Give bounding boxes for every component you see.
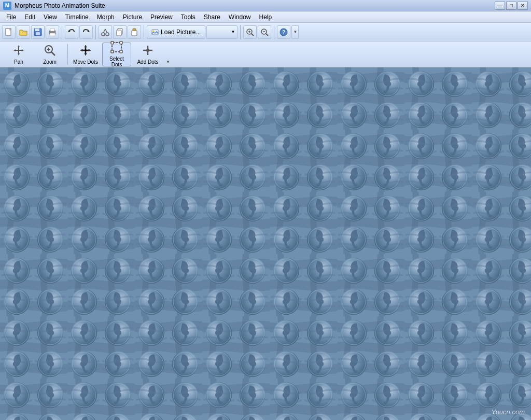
toolbar-sep-4 xyxy=(240,25,241,39)
tool-sep-1 xyxy=(67,44,68,65)
svg-rect-5 xyxy=(50,29,54,31)
menu-picture[interactable]: Picture xyxy=(119,12,146,22)
zoom-label: Zoom xyxy=(43,59,57,65)
svg-rect-2 xyxy=(35,29,39,31)
zoom-in-toolbar-button[interactable] xyxy=(243,25,257,39)
main-toolbar: Load Picture... ▼ ? ▼ xyxy=(0,23,531,41)
move-dots-tool-button[interactable]: Move Dots xyxy=(71,43,100,66)
svg-rect-34 xyxy=(111,41,114,44)
toolbar-sep-3 xyxy=(144,25,144,39)
menu-help[interactable]: Help xyxy=(255,12,276,22)
window-controls: — □ ✕ xyxy=(495,2,528,10)
menu-morph[interactable]: Morph xyxy=(93,12,119,22)
select-dots-icon xyxy=(110,41,123,55)
svg-point-40 xyxy=(146,49,149,52)
add-dots-icon xyxy=(142,44,154,58)
add-dots-dropdown-button[interactable]: ▼ xyxy=(164,43,172,66)
print-button[interactable] xyxy=(46,25,59,39)
move-dots-icon xyxy=(79,44,92,58)
svg-line-11 xyxy=(103,29,105,33)
svg-rect-35 xyxy=(120,41,122,44)
add-dots-label: Add Dots xyxy=(137,59,158,65)
paste-button[interactable] xyxy=(128,25,141,39)
zoom-tool-button[interactable]: Zoom xyxy=(35,43,64,66)
cut-button[interactable] xyxy=(99,25,112,39)
svg-line-29 xyxy=(51,52,55,55)
svg-line-20 xyxy=(251,34,254,36)
window-title: Morpheus Photo Animation Suite xyxy=(15,2,495,9)
toolbar-sep-5 xyxy=(274,25,274,39)
svg-line-24 xyxy=(266,34,268,36)
pattern-svg xyxy=(0,67,531,420)
zoom-out-toolbar-button[interactable] xyxy=(258,25,271,39)
canvas-background: Yuucn.com xyxy=(0,67,531,420)
maximize-button[interactable]: □ xyxy=(506,2,516,10)
picture-dropdown[interactable]: ▼ xyxy=(206,25,237,39)
help-toolbar-button[interactable]: ? xyxy=(277,25,290,39)
redo-button[interactable] xyxy=(79,25,93,39)
svg-rect-6 xyxy=(50,33,55,36)
toolbar-sep-1 xyxy=(62,25,62,39)
watermark: Yuucn.com xyxy=(491,408,525,416)
minimize-button[interactable]: — xyxy=(495,2,505,10)
svg-rect-32 xyxy=(85,49,87,51)
close-button[interactable]: ✕ xyxy=(518,2,528,10)
add-dots-tool-button[interactable]: Add Dots xyxy=(133,43,162,66)
menu-preview[interactable]: Preview xyxy=(146,12,177,22)
menu-file[interactable]: File xyxy=(2,12,20,22)
zoom-icon xyxy=(44,44,56,58)
svg-line-12 xyxy=(105,29,107,33)
load-picture-button[interactable]: Load Picture... xyxy=(147,25,205,39)
menu-bar: File Edit View Timeline Morph Picture Pr… xyxy=(0,11,531,23)
svg-rect-15 xyxy=(132,31,137,36)
undo-button[interactable] xyxy=(65,25,78,39)
copy-button[interactable] xyxy=(113,25,127,39)
title-bar: M Morpheus Photo Animation Suite — □ ✕ xyxy=(0,0,531,11)
svg-rect-37 xyxy=(120,50,122,53)
menu-edit[interactable]: Edit xyxy=(20,12,39,22)
tool-bar: Pan Zoom Move Dots xyxy=(0,41,531,67)
svg-rect-16 xyxy=(133,29,136,31)
move-dots-label: Move Dots xyxy=(73,59,98,65)
select-dots-tool-button[interactable]: Select Dots xyxy=(102,43,131,66)
load-picture-label: Load Picture... xyxy=(161,29,201,36)
open-button[interactable] xyxy=(17,25,30,39)
select-dots-label: Select Dots xyxy=(104,56,130,67)
svg-rect-36 xyxy=(111,50,114,53)
save-button[interactable] xyxy=(31,25,45,39)
menu-window[interactable]: Window xyxy=(225,12,255,22)
pan-tool-button[interactable]: Pan xyxy=(4,43,33,66)
menu-tools[interactable]: Tools xyxy=(177,12,200,22)
dropdown-arrow-icon: ▼ xyxy=(231,30,235,34)
app-icon: M xyxy=(3,2,11,10)
svg-text:?: ? xyxy=(282,30,285,35)
new-button[interactable] xyxy=(2,25,16,39)
pan-label: Pan xyxy=(14,59,23,65)
menu-timeline[interactable]: Timeline xyxy=(61,12,93,22)
menu-share[interactable]: Share xyxy=(200,12,225,22)
help-dropdown-button[interactable]: ▼ xyxy=(291,25,299,39)
toolbar-sep-2 xyxy=(95,25,96,39)
canvas-area: Yuucn.com xyxy=(0,67,531,420)
pan-icon xyxy=(12,44,25,58)
svg-rect-3 xyxy=(36,32,40,35)
menu-view[interactable]: View xyxy=(39,12,61,22)
svg-rect-14 xyxy=(117,30,121,36)
svg-rect-44 xyxy=(0,67,531,420)
svg-point-18 xyxy=(153,30,155,32)
